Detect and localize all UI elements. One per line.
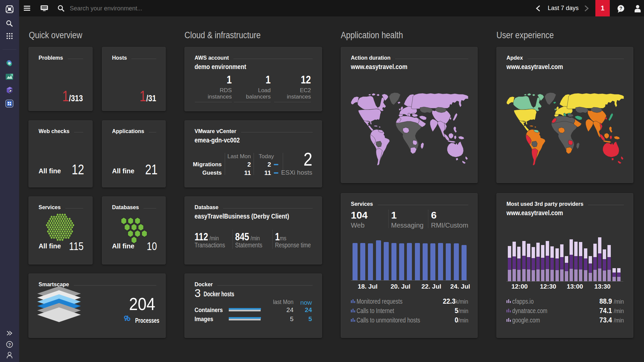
svg-text:?: ? bbox=[620, 6, 623, 11]
svg-text:?: ? bbox=[8, 342, 11, 347]
